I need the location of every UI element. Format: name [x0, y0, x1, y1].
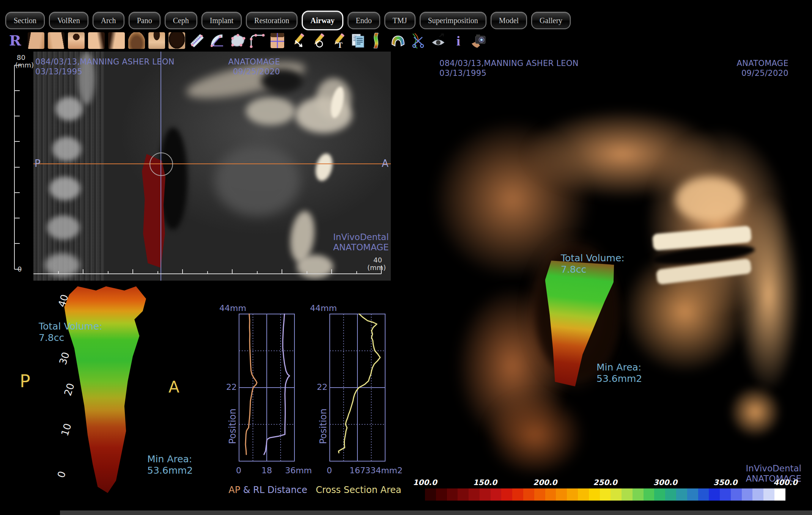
- reference-intersection-handle[interactable]: [149, 152, 173, 176]
- ct-section-view[interactable]: P A 084/03/13,MANNING ASHER LEON 03/13/1…: [33, 52, 391, 281]
- airway-scale-10: 10: [59, 422, 74, 438]
- window-bottom-strip: [60, 510, 812, 515]
- tab-airway[interactable]: Airway: [302, 11, 343, 30]
- svg-text:i: i: [456, 33, 460, 49]
- face-orientation-crosshair-icon[interactable]: [269, 32, 286, 49]
- protractor-icon[interactable]: [209, 32, 225, 49]
- tab-pano[interactable]: Pano: [129, 12, 161, 29]
- face-profile-right-icon[interactable]: [28, 32, 44, 49]
- colorbar-label-400.0: 400.0: [773, 478, 797, 487]
- tab-model[interactable]: Model: [491, 12, 527, 29]
- brand-date-volume: ANATOMAGE 09/25/2020: [736, 58, 788, 78]
- axial-reference-line[interactable]: [33, 163, 391, 164]
- pencil-circle-icon[interactable]: [309, 32, 326, 49]
- hruler-unit-label: (mm): [367, 264, 386, 272]
- airway-profile-icon[interactable]: [370, 32, 386, 49]
- chart-ymid-label: 22: [317, 382, 327, 392]
- invivo-dental-app: SectionVolRenArchPanoCephImplantRestorat…: [0, 0, 812, 515]
- airway-scale-30: 30: [57, 351, 72, 366]
- anterior-label: A: [382, 158, 389, 169]
- toolbar-icons: Ti: [28, 32, 487, 49]
- tab-arch[interactable]: Arch: [93, 12, 124, 29]
- info-icon[interactable]: i: [450, 32, 467, 49]
- view-eye-icon[interactable]: [430, 32, 447, 49]
- chart-xtick-0: 0: [236, 466, 241, 475]
- airway-arch-icon[interactable]: [390, 32, 406, 49]
- hruler-max-label: 40: [373, 256, 382, 264]
- horizontal-ruler: [33, 259, 391, 281]
- head-top-view-icon[interactable]: [128, 32, 145, 49]
- chart-xtick-2: 334mm2: [365, 466, 403, 475]
- tab-volren[interactable]: VolRen: [49, 12, 88, 29]
- brand-date-section: ANATOMAGE 09/25/2020: [228, 57, 280, 77]
- head-nose-up-view-icon[interactable]: [148, 32, 165, 49]
- watermark-section: InVivoDental ANATOMAGE: [333, 232, 389, 253]
- colorbar-label-300.0: 300.0: [653, 478, 677, 487]
- tab-gallery[interactable]: Gallery: [531, 12, 571, 29]
- chart-ymax-label: 44mm: [310, 303, 337, 313]
- chart-xtick-1: 167: [349, 466, 365, 475]
- chart-ymid-label: 22: [226, 382, 237, 392]
- face-smile-right-icon[interactable]: [88, 32, 105, 49]
- face-smile-left-icon[interactable]: [108, 32, 125, 49]
- ruler-icon[interactable]: [189, 32, 205, 49]
- vruler-min-label: 0: [17, 265, 22, 273]
- airway-scale-0: 0: [55, 469, 68, 479]
- anterior-label-airway: A: [168, 378, 179, 396]
- report-icon[interactable]: [349, 32, 366, 49]
- capture-camera-icon[interactable]: [470, 32, 487, 49]
- tab-implant[interactable]: Implant: [201, 12, 242, 29]
- chart-ap-rl-distance: 44mm22Position01836mmAP & RL Distance: [239, 314, 294, 461]
- chart-ymax-label: 44mm: [219, 303, 246, 313]
- right-marker-label: R: [9, 32, 21, 49]
- colorbar-gradient: [425, 488, 785, 501]
- colorbar-label-200.0: 200.0: [533, 478, 557, 487]
- chart-ylabel: Position: [318, 394, 329, 458]
- tab-endo[interactable]: Endo: [348, 12, 380, 29]
- chart-cross-section-area: 44mm22Position0167334mm2Cross Section Ar…: [330, 314, 385, 461]
- chart-ylabel: Position: [227, 394, 238, 458]
- min-area-readout-3d: Min Area: 53.6mm2: [596, 362, 642, 385]
- patient-info-section: 084/03/13,MANNING ASHER LEON 03/13/1995: [35, 57, 175, 77]
- min-area-readout-airway: Min Area: 53.6mm2: [147, 454, 193, 476]
- chart-xtick-1: 18: [261, 466, 272, 475]
- chart-xtick-0: 0: [327, 466, 332, 475]
- pencil-arrow-icon[interactable]: [289, 32, 306, 49]
- colorbar-label-350.0: 350.0: [713, 478, 737, 487]
- volume-render-view[interactable]: 084/03/13,MANNING ASHER LEON 03/13/1995 …: [410, 52, 812, 484]
- toolbar: R Ti: [9, 32, 487, 49]
- tab-tmj[interactable]: TMJ: [384, 12, 415, 29]
- chart-xtick-2: 36mm: [285, 466, 312, 475]
- sculpt-scissors-icon[interactable]: [410, 32, 426, 49]
- tab-superimposition[interactable]: Superimposition: [420, 12, 486, 29]
- tab-section[interactable]: Section: [5, 12, 45, 29]
- vruler-unit-label: (mm): [15, 61, 34, 69]
- vertical-ruler: [6, 56, 33, 278]
- tab-ceph[interactable]: Ceph: [165, 12, 197, 29]
- colorbar-label-100.0: 100.0: [413, 478, 437, 487]
- posterior-label-airway: P: [20, 371, 30, 391]
- chart-title: Cross Section Area: [313, 485, 404, 495]
- tab-restoration[interactable]: Restoration: [246, 12, 297, 29]
- area-measure-icon[interactable]: [229, 32, 245, 49]
- pencil-text-icon[interactable]: T: [329, 32, 346, 49]
- vruler-max-label: 80: [17, 54, 25, 61]
- airway-scale-20: 20: [62, 382, 77, 397]
- total-volume-readout-airway: Total Volume: 7.8cc: [39, 321, 102, 344]
- svg-text:T: T: [337, 41, 343, 49]
- colorbar-label-150.0: 150.0: [473, 478, 497, 487]
- chart-title: AP & RL Distance: [222, 485, 313, 495]
- face-front-smile-icon[interactable]: [68, 32, 85, 49]
- patient-info-volume: 084/03/13,MANNING ASHER LEON 03/13/1995: [439, 58, 579, 78]
- tab-bar: SectionVolRenArchPanoCephImplantRestorat…: [5, 11, 571, 30]
- colorbar-label-250.0: 250.0: [593, 478, 617, 487]
- head-back-view-icon[interactable]: [168, 32, 185, 49]
- total-volume-readout-3d: Total Volume: 7.8cc: [561, 253, 625, 275]
- posterior-label: P: [35, 158, 41, 169]
- path-measure-icon[interactable]: [249, 32, 266, 49]
- face-profile-left-icon[interactable]: [48, 32, 65, 49]
